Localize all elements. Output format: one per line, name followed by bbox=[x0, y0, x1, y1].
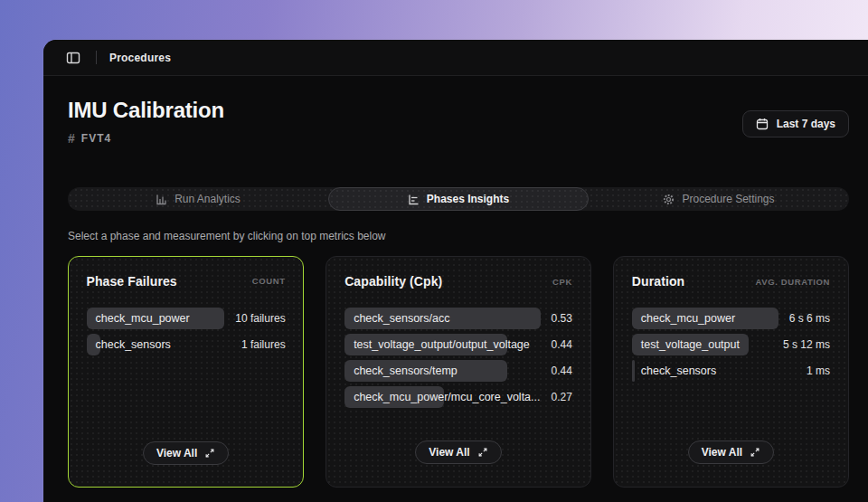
sidebar-toggle-button[interactable] bbox=[63, 48, 83, 68]
procedure-tag: # FVT4 bbox=[68, 131, 224, 146]
card-title: Phase Failures bbox=[87, 274, 177, 289]
metric-row-value: 0.44 bbox=[552, 365, 572, 377]
diagonal-arrows-icon bbox=[750, 447, 760, 458]
view-all-label: View All bbox=[429, 446, 469, 459]
metric-row-label: check_sensors/acc bbox=[344, 308, 540, 329]
tab-label: Phases Insights bbox=[427, 193, 509, 205]
top-bar: Procedures bbox=[43, 40, 868, 76]
metric-row-value: 1 failures bbox=[241, 338, 286, 351]
tab-label: Run Analytics bbox=[175, 193, 241, 205]
panel-left-icon bbox=[66, 51, 80, 65]
metric-row[interactable]: check_sensors 1 failures bbox=[87, 334, 286, 355]
page-title: IMU Calibration bbox=[68, 98, 224, 123]
tab-run-analytics[interactable]: Run Analytics bbox=[68, 187, 328, 211]
metric-cards: Phase Failures COUNT check_mcu_power 10 … bbox=[68, 256, 849, 488]
card-metric-label: COUNT bbox=[252, 276, 286, 286]
card-capability-cpk[interactable]: Capability (Cpk) CPK check_sensors/acc 0… bbox=[326, 256, 591, 488]
card-metric-label: AVG. DURATION bbox=[756, 277, 830, 287]
date-range-label: Last 7 days bbox=[777, 118, 835, 130]
metric-row[interactable]: test_voltage_output 5 s 12 ms bbox=[632, 334, 830, 355]
procedure-tag-label: FVT4 bbox=[81, 132, 111, 145]
tab-phases-insights[interactable]: Phases Insights bbox=[328, 187, 589, 211]
view-all-button[interactable]: View All bbox=[143, 441, 229, 465]
view-all-label: View All bbox=[156, 447, 197, 459]
metric-row[interactable]: check_mcu_power/mcu_core_volta... 0.27 bbox=[344, 386, 572, 408]
metric-row[interactable]: check_sensors/acc 0.53 bbox=[344, 308, 572, 329]
breadcrumb[interactable]: Procedures bbox=[109, 52, 171, 64]
card-duration[interactable]: Duration AVG. DURATION check_mcu_power 6… bbox=[613, 256, 849, 488]
view-all-button[interactable]: View All bbox=[688, 440, 774, 464]
metric-row-label: check_mcu_power/mcu_core_volta... bbox=[344, 386, 540, 408]
diagonal-arrows-icon bbox=[204, 448, 215, 459]
card-title: Duration bbox=[632, 274, 684, 289]
calendar-icon bbox=[756, 118, 769, 130]
metric-row-value: 1 ms bbox=[807, 365, 830, 377]
metric-row-value: 0.27 bbox=[552, 391, 572, 403]
topbar-divider bbox=[96, 51, 97, 64]
metric-row-value: 0.44 bbox=[552, 338, 572, 351]
card-title: Capability (Cpk) bbox=[344, 274, 442, 289]
gear-icon bbox=[663, 194, 675, 205]
metric-row-label: check_sensors/temp bbox=[344, 360, 540, 382]
metric-row-label: check_sensors bbox=[632, 360, 796, 382]
bar-chart-icon bbox=[156, 194, 167, 205]
tab-label: Procedure Settings bbox=[682, 193, 774, 205]
view-all-button[interactable]: View All bbox=[415, 440, 501, 464]
metric-row[interactable]: check_sensors 1 ms bbox=[632, 360, 830, 382]
metric-row[interactable]: check_sensors/temp 0.44 bbox=[344, 360, 572, 382]
metric-row-value: 10 failures bbox=[235, 312, 285, 325]
metric-row[interactable]: check_mcu_power 6 s 6 ms bbox=[632, 308, 830, 329]
metric-row-label: check_mcu_power bbox=[632, 308, 778, 329]
metric-row-value: 0.53 bbox=[552, 312, 572, 325]
helper-text: Select a phase and measurement by clicki… bbox=[68, 230, 849, 242]
diagonal-arrows-icon bbox=[477, 447, 488, 458]
metric-row[interactable]: check_mcu_power 10 failures bbox=[87, 308, 286, 329]
metric-row-label: check_sensors bbox=[87, 334, 231, 355]
metric-row-label: check_mcu_power bbox=[87, 308, 225, 329]
metric-row-label: test_voltage_output/output_voltage bbox=[344, 334, 540, 355]
metric-row[interactable]: test_voltage_output/output_voltage 0.44 bbox=[344, 334, 572, 355]
app-window: Procedures IMU Calibration # FVT4 bbox=[43, 40, 868, 502]
tab-bar: Run Analytics Phases Insights bbox=[68, 187, 849, 211]
card-phase-failures[interactable]: Phase Failures COUNT check_mcu_power 10 … bbox=[68, 256, 304, 488]
card-metric-label: CPK bbox=[552, 277, 572, 287]
hash-icon: # bbox=[68, 131, 75, 146]
page-header: IMU Calibration # FVT4 Last 7 days bbox=[68, 98, 849, 146]
tab-procedure-settings[interactable]: Procedure Settings bbox=[589, 187, 849, 211]
metric-row-label: test_voltage_output bbox=[632, 334, 772, 355]
metric-row-value: 6 s 6 ms bbox=[789, 312, 830, 325]
horizontal-bar-chart-icon bbox=[408, 194, 420, 205]
view-all-label: View All bbox=[702, 446, 742, 459]
date-range-button[interactable]: Last 7 days bbox=[742, 110, 849, 137]
metric-row-value: 5 s 12 ms bbox=[783, 338, 830, 351]
